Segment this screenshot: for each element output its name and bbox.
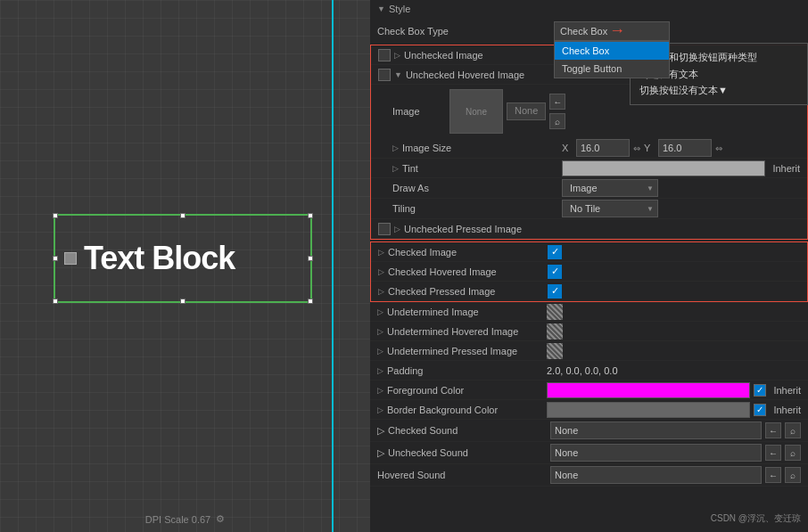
- border-bg-color-row[interactable]: ▷ Border Background Color Inherit: [370, 400, 808, 420]
- checked-image-icon: ✓: [548, 245, 562, 259]
- style-section-header: ▼ Style: [370, 0, 808, 18]
- foreground-inherit-check[interactable]: [754, 384, 766, 397]
- border-bg-inherit-check[interactable]: [754, 404, 766, 416]
- draw-as-select[interactable]: Image Border Box: [566, 179, 647, 197]
- checked-image-row[interactable]: ▷ Checked Image ✓: [371, 242, 807, 262]
- unchecked-sound-select[interactable]: None: [550, 444, 762, 462]
- handle-bottom-left[interactable]: [53, 299, 58, 304]
- checked-hovered-value: ✓: [548, 265, 800, 279]
- handle-mid-right[interactable]: [308, 256, 313, 261]
- checked-sound-label: ▷ Checked Sound: [377, 425, 547, 437]
- hovered-sound-row: Hovered Sound None ← ⌕: [370, 464, 808, 487]
- gear-icon[interactable]: ⚙: [216, 513, 225, 525]
- annotation-arrow: →: [609, 21, 625, 40]
- draw-as-dropdown[interactable]: Image Border Box ▼: [562, 179, 658, 197]
- foreground-color-row[interactable]: ▷ Foreground Color Inherit: [370, 381, 808, 400]
- checked-pressed-icon: ✓: [548, 284, 562, 299]
- handle-top-mid[interactable]: [180, 213, 186, 218]
- hovered-sound-reset[interactable]: ←: [765, 467, 781, 483]
- checked-hovered-row[interactable]: ▷ Checked Hovered Image ✓: [371, 262, 807, 282]
- tiling-row: Tiling No Tile Both Horizontal Vertical …: [371, 199, 807, 219]
- unchecked-sound-label: ▷ Unchecked Sound: [377, 447, 547, 459]
- tiling-value: No Tile Both Horizontal Vertical ▼: [562, 200, 800, 217]
- draw-as-row: Draw As Image Border Box ▼: [371, 178, 807, 199]
- x-resize-icon[interactable]: ⇔: [633, 143, 640, 153]
- checked-hovered-label: ▷ Checked Hovered Image: [378, 266, 548, 277]
- image-controls: ← ⌕: [549, 94, 565, 129]
- search-icon[interactable]: ⌕: [549, 113, 565, 129]
- right-panel-wrapper: ▼ Style Check Box Type Check Box Toggle …: [370, 0, 808, 532]
- x-input[interactable]: [576, 139, 630, 157]
- image-size-row: ▷ Image Size X ⇔ Y ⇔: [371, 138, 807, 159]
- undetermined-image-value: [547, 304, 801, 320]
- unchecked-hovered-checkbox[interactable]: [378, 69, 391, 81]
- checked-image-label: ▷ Checked Image: [378, 247, 548, 258]
- handle-mid-left[interactable]: [53, 256, 58, 261]
- handle-top-left[interactable]: [53, 213, 58, 218]
- unchecked-sound-reset[interactable]: ←: [765, 445, 781, 461]
- undetermined-image-row[interactable]: ▷ Undetermined Image: [370, 302, 808, 322]
- undetermined-image-label: ▷ Undetermined Image: [377, 307, 547, 317]
- undetermined-pressed-icon: [547, 343, 563, 359]
- right-panel: ▼ Style Check Box Type Check Box Toggle …: [370, 0, 808, 532]
- unchecked-pressed-checkbox[interactable]: [378, 223, 391, 235]
- tiling-select[interactable]: No Tile Both Horizontal Vertical: [566, 200, 647, 217]
- widget-box[interactable]: Text Block: [54, 214, 312, 303]
- foreground-inherit-label: Inherit: [773, 385, 801, 396]
- tint-row: ▷ Tint Inherit: [371, 159, 807, 178]
- tiling-dropdown[interactable]: No Tile Both Horizontal Vertical ▼: [562, 200, 658, 217]
- border-bg-color-swatch[interactable]: [547, 402, 750, 418]
- popup-item-checkbox[interactable]: Check Box: [555, 42, 669, 60]
- foreground-color-label: ▷ Foreground Color: [377, 385, 547, 396]
- unchecked-pressed-row[interactable]: ▷ Unchecked Pressed Image: [371, 219, 807, 239]
- image-row: Image None None ← ⌕: [371, 85, 807, 138]
- hovered-sound-search[interactable]: ⌕: [785, 467, 801, 483]
- unchecked-sound-row: ▷ Unchecked Sound None ← ⌕: [370, 442, 808, 464]
- section-arrow: ▼: [377, 4, 385, 13]
- tint-swatch[interactable]: [562, 160, 765, 176]
- watermark: CSDN @浮沉、变迁琼: [711, 512, 801, 525]
- hovered-sound-label: Hovered Sound: [377, 470, 547, 480]
- popup-item-toggle[interactable]: Toggle Button: [555, 60, 669, 78]
- undetermined-hovered-label: ▷ Undetermined Hovered Image: [377, 326, 547, 337]
- y-input[interactable]: [658, 139, 712, 157]
- handle-top-right[interactable]: [308, 213, 313, 218]
- draw-as-arrow: ▼: [647, 184, 654, 192]
- checked-sound-search[interactable]: ⌕: [785, 422, 801, 438]
- draw-as-label: Draw As: [392, 183, 562, 193]
- canvas-inner: Text Block DPI Scale 0.67 ⚙: [0, 0, 370, 532]
- padding-label: ▷ Padding: [377, 365, 547, 376]
- checked-pressed-value: ✓: [548, 284, 800, 299]
- style-section-title: Style: [389, 4, 410, 14]
- draw-as-value: Image Border Box ▼: [562, 179, 800, 197]
- undetermined-pressed-row[interactable]: ▷ Undetermined Pressed Image: [370, 341, 808, 361]
- tint-value: Inherit: [562, 160, 800, 176]
- checked-sound-select[interactable]: None: [550, 422, 762, 439]
- widget-text: Text Block: [84, 240, 235, 277]
- unchecked-hovered-image-label: ▼ Unchecked Hovered Image: [378, 69, 548, 81]
- unchecked-image-checkbox[interactable]: [378, 49, 391, 61]
- unchecked-sound-search[interactable]: ⌕: [785, 445, 801, 461]
- check-box-type-row: Check Box Type Check Box Toggle Button C…: [370, 18, 808, 45]
- undetermined-hovered-row[interactable]: ▷ Undetermined Hovered Image: [370, 322, 808, 341]
- image-preview: None: [449, 89, 503, 134]
- border-bg-color-label: ▷ Border Background Color: [377, 405, 547, 415]
- hovered-sound-select[interactable]: None: [550, 466, 762, 484]
- handle-bottom-mid[interactable]: [180, 299, 186, 304]
- y-label: Y: [644, 143, 655, 153]
- tint-inherit: Inherit: [772, 163, 800, 174]
- padding-text: 2.0, 0.0, 0.0, 0.0: [547, 365, 618, 376]
- checked-pressed-row[interactable]: ▷ Checked Pressed Image ✓: [371, 282, 807, 301]
- none-button[interactable]: None: [507, 102, 546, 120]
- tint-label: ▷ Tint: [392, 163, 562, 174]
- foreground-color-swatch[interactable]: [547, 382, 750, 398]
- checked-sound-row: ▷ Checked Sound None ← ⌕: [370, 420, 808, 442]
- handle-bottom-right[interactable]: [308, 299, 313, 304]
- reset-icon[interactable]: ←: [549, 94, 565, 110]
- blue-line: [332, 0, 334, 532]
- y-resize-icon[interactable]: ⇔: [715, 143, 722, 153]
- padding-row[interactable]: ▷ Padding 2.0, 0.0, 0.0, 0.0: [370, 361, 808, 381]
- checked-sound-reset[interactable]: ←: [765, 422, 781, 438]
- undetermined-pressed-label: ▷ Undetermined Pressed Image: [377, 346, 547, 356]
- check-box-type-popup[interactable]: Check Box Toggle Button: [554, 41, 670, 78]
